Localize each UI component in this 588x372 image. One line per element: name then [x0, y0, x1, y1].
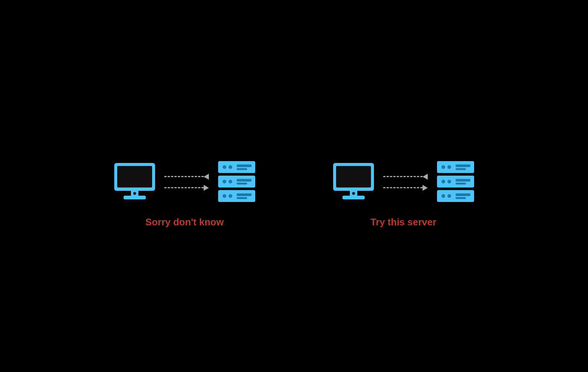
- svg-rect-34: [456, 183, 466, 185]
- svg-rect-13: [237, 179, 252, 182]
- svg-rect-29: [456, 168, 466, 170]
- main-container: Sorry don't know: [112, 159, 476, 228]
- svg-rect-1: [117, 166, 152, 187]
- arrow-right-sorry: [164, 185, 209, 191]
- arrowhead-right-try: [423, 185, 428, 191]
- monitor-icon-left: [112, 161, 157, 203]
- svg-rect-3: [124, 196, 146, 199]
- diagram-row-try: [331, 159, 476, 205]
- arrowhead-left-sorry: [204, 174, 209, 180]
- svg-point-32: [447, 180, 451, 183]
- dashes-top-try: [383, 176, 423, 177]
- svg-rect-8: [237, 164, 252, 167]
- svg-rect-28: [456, 164, 470, 167]
- svg-point-11: [223, 180, 226, 183]
- svg-point-6: [223, 165, 226, 169]
- arrow-right-try: [383, 185, 428, 191]
- svg-rect-38: [456, 193, 470, 196]
- diagram-try: Try this server: [331, 159, 476, 228]
- svg-point-27: [447, 165, 451, 169]
- arrow-left-try: [383, 174, 428, 180]
- monitor-icon-right: [331, 161, 376, 203]
- svg-point-36: [441, 194, 445, 198]
- diagram-sorry: Sorry don't know: [112, 159, 257, 228]
- svg-point-26: [441, 165, 445, 169]
- svg-rect-18: [237, 193, 252, 196]
- dashes-top-sorry: [164, 176, 204, 177]
- svg-point-24: [352, 192, 355, 195]
- arrows-try: [383, 174, 428, 191]
- arrowhead-right-sorry: [204, 185, 209, 191]
- svg-rect-23: [342, 196, 365, 199]
- label-sorry: Sorry don't know: [145, 216, 224, 228]
- svg-rect-19: [237, 197, 247, 199]
- svg-point-4: [133, 192, 136, 195]
- svg-point-37: [447, 194, 451, 198]
- server-icon-sorry: [216, 159, 257, 205]
- svg-point-12: [229, 180, 232, 183]
- svg-point-31: [441, 180, 445, 183]
- svg-rect-9: [237, 168, 247, 170]
- svg-rect-39: [456, 197, 466, 199]
- dashes-bottom-try: [383, 187, 423, 188]
- svg-point-7: [229, 165, 232, 169]
- diagram-row-sorry: [112, 159, 257, 205]
- arrows-sorry: [164, 174, 209, 191]
- arrowhead-left-try: [423, 174, 428, 180]
- label-try: Try this server: [371, 216, 437, 228]
- arrow-left-sorry: [164, 174, 209, 180]
- dashes-bottom-sorry: [164, 187, 204, 188]
- svg-rect-14: [237, 183, 247, 185]
- svg-rect-33: [456, 179, 470, 182]
- svg-point-16: [223, 194, 226, 198]
- server-icon-try: [435, 159, 476, 205]
- svg-point-17: [229, 194, 232, 198]
- svg-rect-21: [336, 166, 371, 187]
